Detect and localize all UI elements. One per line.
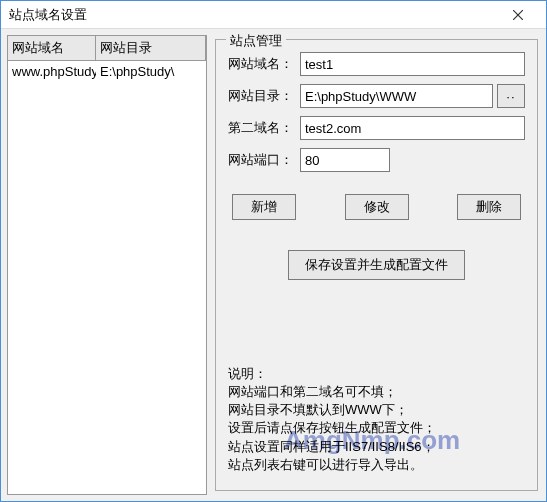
notes-line: 设置后请点保存按钮生成配置文件； [228,419,525,437]
table-row[interactable]: www.phpStudy E:\phpStudy\ [8,61,206,82]
save-button[interactable]: 保存设置并生成配置文件 [288,250,465,280]
notes-title: 说明： [228,365,525,383]
directory-label: 网站目录： [228,87,300,105]
table-header: 网站域名 网站目录 [8,36,206,61]
domain-label: 网站域名： [228,55,300,73]
directory-input[interactable] [300,84,493,108]
groupbox-title: 站点管理 [226,32,286,50]
header-domain[interactable]: 网站域名 [8,36,96,60]
notes-line: 网站目录不填默认到WWW下； [228,401,525,419]
close-icon [513,10,523,20]
content-area: 网站域名 网站目录 www.phpStudy E:\phpStudy\ 站点管理… [1,29,546,501]
window-title: 站点域名设置 [9,6,498,24]
second-domain-label: 第二域名： [228,119,300,137]
dialog-window: 站点域名设置 网站域名 网站目录 www.phpStudy E:\phpStud… [0,0,547,502]
cell-domain: www.phpStudy [8,61,96,82]
second-domain-input[interactable] [300,116,525,140]
site-manage-group: 站点管理 网站域名： 网站目录： ·· 第二域名： 网站端口： [215,39,538,491]
browse-button[interactable]: ·· [497,84,525,108]
notes-line: 站点列表右键可以进行导入导出。 [228,456,525,474]
site-list-panel: 网站域名 网站目录 www.phpStudy E:\phpStudy\ [7,35,207,495]
notes-section: 说明： 网站端口和第二域名可不填； 网站目录不填默认到WWW下； 设置后请点保存… [228,365,525,474]
add-button[interactable]: 新增 [232,194,296,220]
port-input[interactable] [300,148,390,172]
cell-directory: E:\phpStudy\ [96,61,206,82]
notes-line: 网站端口和第二域名可不填； [228,383,525,401]
header-directory[interactable]: 网站目录 [96,36,206,60]
notes-line: 站点设置同样适用于IIS7/IIS8/IIS6； [228,438,525,456]
right-panel: 站点管理 网站域名： 网站目录： ·· 第二域名： 网站端口： [207,29,546,501]
domain-input[interactable] [300,52,525,76]
port-label: 网站端口： [228,151,300,169]
close-button[interactable] [498,3,538,27]
modify-button[interactable]: 修改 [345,194,409,220]
titlebar: 站点域名设置 [1,1,546,29]
delete-button[interactable]: 删除 [457,194,521,220]
